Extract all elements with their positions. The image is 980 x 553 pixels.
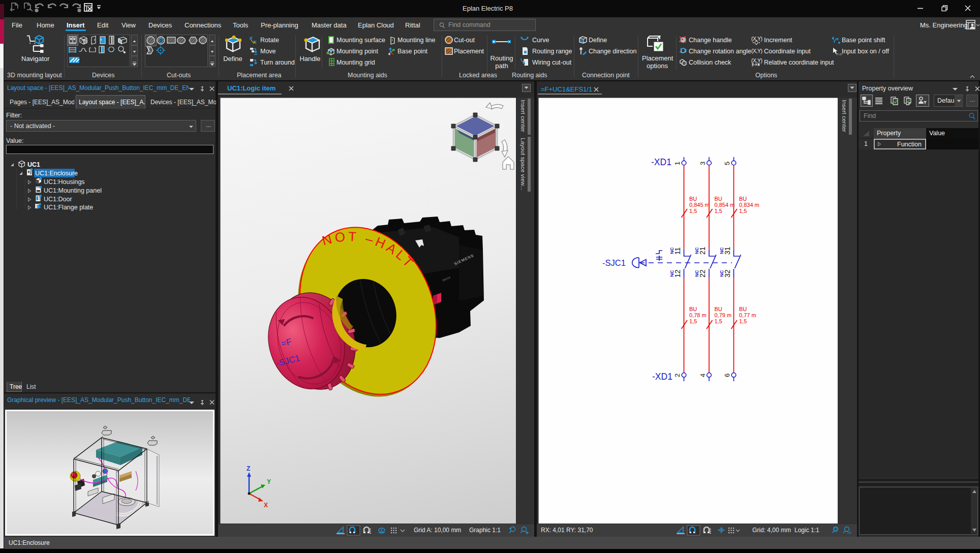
svg-text:21: 21 (698, 247, 707, 255)
svg-text:Z: Z (247, 465, 250, 472)
svg-text:1,5: 1,5 (715, 318, 722, 324)
svg-text:-XD1: -XD1 (652, 372, 672, 382)
svg-text:5: 5 (723, 162, 731, 165)
svg-text:6: 6 (723, 374, 731, 377)
svg-text:X: X (264, 502, 268, 509)
svg-text:0,854 m: 0,854 m (715, 202, 735, 208)
svg-text:BU: BU (689, 196, 697, 202)
svg-text:-XD1: -XD1 (651, 157, 671, 167)
svg-text:100: 100 (847, 531, 852, 534)
svg-text:4: 4 (699, 374, 707, 377)
svg-text:1: 1 (673, 162, 681, 165)
svg-text:11: 11 (673, 247, 682, 255)
svg-text:Y: Y (267, 478, 271, 485)
svg-text:32: 32 (723, 269, 731, 278)
svg-text:0,78 m: 0,78 m (689, 312, 707, 318)
svg-text:1,5: 1,5 (739, 318, 747, 324)
svg-text:BU: BU (715, 196, 722, 202)
svg-text:0,79 m: 0,79 m (715, 312, 732, 318)
svg-text:(x,y): (x,y) (836, 52, 842, 55)
svg-text:BU: BU (739, 306, 747, 312)
svg-text:1,5: 1,5 (689, 208, 697, 214)
svg-text:2: 2 (673, 374, 681, 377)
svg-text:1,5: 1,5 (739, 208, 747, 214)
svg-text:0,77 m: 0,77 m (739, 312, 756, 318)
svg-text:12: 12 (673, 269, 682, 278)
svg-text:31: 31 (723, 247, 731, 255)
svg-text:0,834 m: 0,834 m (739, 202, 759, 208)
svg-text:1,5: 1,5 (715, 208, 722, 214)
svg-text:3: 3 (699, 162, 707, 165)
svg-text:1,5: 1,5 (689, 318, 697, 324)
svg-text:-SJC1: -SJC1 (602, 258, 626, 267)
svg-text:BU: BU (689, 306, 697, 312)
svg-text:BU: BU (715, 306, 722, 312)
svg-text:22: 22 (698, 269, 707, 278)
svg-text:BU: BU (739, 196, 747, 202)
svg-text:0,845 m: 0,845 m (689, 202, 710, 208)
